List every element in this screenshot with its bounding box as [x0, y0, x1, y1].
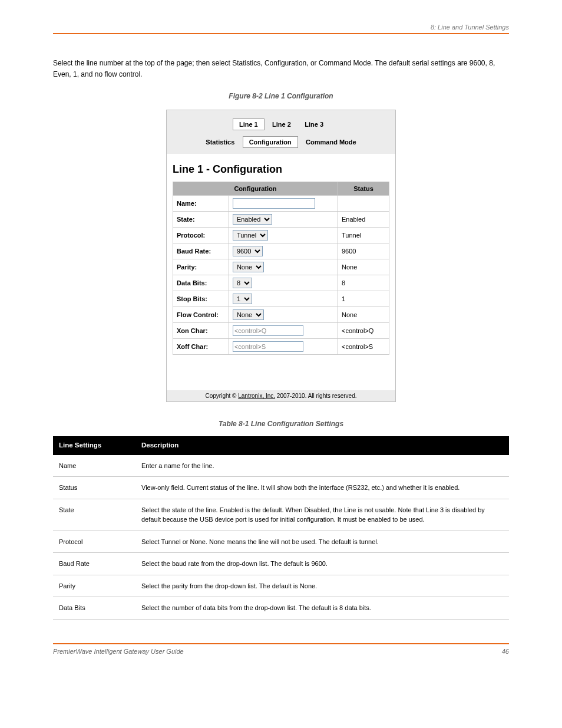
config-label: Stop Bits: — [173, 291, 229, 307]
settings-desc: Select Tunnel or None. None means the li… — [135, 531, 509, 553]
lantronix-link[interactable]: Lantronix, Inc. — [238, 393, 275, 399]
settings-key: Parity — [53, 575, 135, 597]
settings-desc: Select the baud rate from the drop-down … — [135, 553, 509, 575]
config-select[interactable]: Tunnel — [233, 230, 268, 241]
settings-key: Status — [53, 477, 135, 499]
settings-col-2: Description — [135, 436, 509, 454]
intro-paragraph: Select the line number at the top of the… — [53, 58, 509, 80]
config-field — [229, 323, 338, 339]
config-select[interactable]: 1 — [233, 294, 252, 304]
config-label: Xoff Char: — [173, 339, 229, 355]
settings-key: Baud Rate — [53, 553, 135, 575]
config-field: 8 — [229, 275, 338, 291]
settings-table: Line Settings Description NameEnter a na… — [53, 436, 509, 619]
tab-line-3[interactable]: Line 3 — [299, 119, 329, 130]
config-row: Name: — [173, 196, 389, 212]
footer-title: PremierWave Intelligent Gateway User Gui… — [53, 648, 184, 655]
config-field — [229, 339, 338, 355]
config-select[interactable]: Enabled — [233, 214, 272, 225]
screenshot-panel: Line 1 Line 2 Line 3 Statistics Configur… — [166, 110, 396, 402]
settings-row: NameEnter a name for the line. — [53, 455, 509, 477]
col-status: Status — [338, 182, 389, 196]
settings-row: StatusView-only field. Current status of… — [53, 477, 509, 499]
settings-row: Data BitsSelect the number of data bits … — [53, 597, 509, 620]
config-row: Protocol:TunnelTunnel — [173, 228, 389, 243]
settings-col-1: Line Settings — [53, 436, 135, 454]
config-status: Enabled — [338, 212, 389, 228]
table-caption: Table 8-1 Line Configuration Settings — [53, 420, 509, 428]
settings-row: ProtocolSelect Tunnel or None. None mean… — [53, 531, 509, 553]
page-footer: PremierWave Intelligent Gateway User Gui… — [53, 643, 509, 655]
config-status: <control>S — [338, 339, 389, 355]
settings-desc: Select the parity from the drop-down lis… — [135, 575, 509, 597]
tab-line-2[interactable]: Line 2 — [266, 119, 297, 130]
config-row: Data Bits:88 — [173, 275, 389, 291]
settings-desc: View-only field. Current status of the l… — [135, 477, 509, 499]
settings-row: StateSelect the state of the line. Enabl… — [53, 499, 509, 531]
figure-caption: Figure 8-2 Line 1 Configuration — [53, 92, 509, 100]
settings-key: Data Bits — [53, 597, 135, 620]
config-readonly — [233, 341, 303, 352]
config-status: None — [338, 307, 389, 323]
config-table: Configuration Status Name:State:EnabledE… — [173, 182, 389, 355]
config-label: Data Bits: — [173, 275, 229, 291]
settings-row: Baud RateSelect the baud rate from the d… — [53, 553, 509, 575]
subtab-configuration[interactable]: Configuration — [243, 136, 298, 148]
config-label: Baud Rate: — [173, 243, 229, 259]
subtab-command-mode[interactable]: Command Mode — [300, 137, 362, 147]
header-rule — [53, 33, 509, 34]
config-select[interactable]: 9600 — [233, 246, 263, 256]
config-status: <control>Q — [338, 323, 389, 339]
config-status: Tunnel — [338, 228, 389, 243]
col-config: Configuration — [173, 182, 338, 196]
config-label: Parity: — [173, 259, 229, 275]
config-row: Stop Bits:11 — [173, 291, 389, 307]
config-label: Name: — [173, 196, 229, 212]
config-row: Xon Char:<control>Q — [173, 323, 389, 339]
config-label: Xon Char: — [173, 323, 229, 339]
config-field: None — [229, 307, 338, 323]
footer-page-number: 46 — [502, 648, 509, 655]
config-status: 9600 — [338, 243, 389, 259]
settings-key: State — [53, 499, 135, 531]
config-readonly — [233, 325, 303, 336]
settings-row: ParitySelect the parity from the drop-do… — [53, 575, 509, 597]
panel-heading: Line 1 - Configuration — [173, 163, 389, 176]
line-tabs: Line 1 Line 2 Line 3 — [233, 118, 329, 130]
config-field — [229, 196, 338, 212]
config-row: Xoff Char:<control>S — [173, 339, 389, 355]
settings-desc: Select the state of the line. Enabled is… — [135, 499, 509, 531]
config-status: 8 — [338, 275, 389, 291]
config-row: Baud Rate:96009600 — [173, 243, 389, 259]
config-select[interactable]: None — [233, 262, 264, 272]
config-status: None — [338, 259, 389, 275]
tab-line-1[interactable]: Line 1 — [233, 118, 265, 130]
settings-desc: Select the number of data bits from the … — [135, 597, 509, 620]
copyright-footer: Copyright © Lantronix, Inc. 2007-2010. A… — [167, 390, 395, 401]
name-input[interactable] — [233, 198, 315, 209]
config-field: 1 — [229, 291, 338, 307]
sub-tabs: Statistics Configuration Command Mode — [173, 136, 389, 148]
config-field: Enabled — [229, 212, 338, 228]
config-label: Flow Control: — [173, 307, 229, 323]
config-label: State: — [173, 212, 229, 228]
settings-desc: Enter a name for the line. — [135, 455, 509, 477]
config-status — [338, 196, 389, 212]
config-field: 9600 — [229, 243, 338, 259]
subtab-statistics[interactable]: Statistics — [200, 137, 240, 147]
config-row: Flow Control:NoneNone — [173, 307, 389, 323]
settings-key: Protocol — [53, 531, 135, 553]
config-select[interactable]: 8 — [233, 278, 252, 288]
config-status: 1 — [338, 291, 389, 307]
config-label: Protocol: — [173, 228, 229, 243]
config-row: Parity:NoneNone — [173, 259, 389, 275]
chapter-label: 8: Line and Tunnel Settings — [53, 24, 509, 31]
config-field: None — [229, 259, 338, 275]
settings-key: Name — [53, 455, 135, 477]
config-row: State:EnabledEnabled — [173, 212, 389, 228]
config-field: Tunnel — [229, 228, 338, 243]
config-select[interactable]: None — [233, 309, 264, 320]
